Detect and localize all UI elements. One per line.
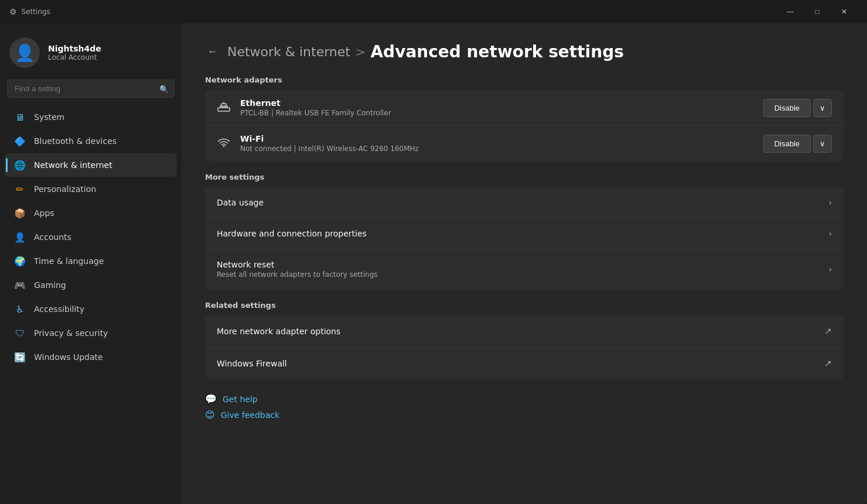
user-name: Nightsh4de [48, 44, 101, 53]
search-container: 🔍 [7, 80, 175, 98]
wifi-desc: Not connected | Intel(R) Wireless-AC 926… [240, 145, 754, 153]
wifi-info: Wi-Fi Not connected | Intel(R) Wireless-… [240, 134, 754, 153]
sidebar-item-label-accessibility: Accessibility [34, 304, 84, 314]
more-adapter-ext-icon: ↗ [824, 326, 832, 337]
accounts-icon: 👤 [14, 231, 26, 243]
svg-rect-0 [218, 108, 230, 111]
content-area: 👤 Nightsh4de Local Account 🔍 🖥 System [0, 23, 867, 504]
ethernet-adapter-row: Ethernet PTCL-BB | Realtek USB FE Family… [205, 90, 844, 126]
breadcrumb: ← Network & internet > Advanced network … [205, 42, 844, 61]
ethernet-expand-button[interactable]: ∨ [813, 99, 832, 117]
ethernet-actions: Disable ∨ [763, 99, 832, 117]
minimize-button[interactable]: — [777, 2, 804, 21]
hardware-props-content: Hardware and connection properties [217, 229, 828, 238]
more-settings-card: Data usage › Hardware and connection pro… [205, 187, 844, 289]
network-reset-title: Network reset [217, 260, 828, 269]
breadcrumb-separator: > [355, 44, 366, 59]
sidebar-item-label-apps: Apps [34, 208, 54, 218]
wifi-icon [217, 135, 231, 152]
wifi-disable-button[interactable]: Disable [763, 135, 811, 153]
get-help-label: Get help [223, 395, 258, 404]
user-type: Local Account [48, 53, 101, 61]
sidebar-item-gaming[interactable]: 🎮 Gaming [5, 273, 177, 297]
sidebar-item-label-network: Network & internet [34, 160, 112, 170]
help-section: 💬 Get help 😊 Give feedback [205, 393, 844, 420]
maximize-button[interactable]: □ [804, 2, 831, 21]
network-adapters-label: Network adapters [205, 76, 844, 84]
sidebar-item-network[interactable]: 🌐 Network & internet [5, 153, 177, 177]
give-feedback-label: Give feedback [221, 410, 279, 420]
get-help-link[interactable]: 💬 Get help [205, 393, 844, 404]
sidebar-item-apps[interactable]: 📦 Apps [5, 201, 177, 225]
accessibility-icon: ♿ [14, 303, 26, 315]
adapters-card: Ethernet PTCL-BB | Realtek USB FE Family… [205, 90, 844, 161]
wifi-actions: Disable ∨ [763, 135, 832, 153]
back-button[interactable]: ← [205, 43, 220, 60]
ethernet-disable-button[interactable]: Disable [763, 99, 811, 117]
sidebar-item-privacy[interactable]: 🛡 Privacy & security [5, 321, 177, 345]
hardware-props-chevron: › [828, 229, 832, 238]
avatar: 👤 [9, 37, 40, 68]
sidebar-item-bluetooth[interactable]: 🔷 Bluetooth & devices [5, 129, 177, 153]
firewall-content: Windows Firewall [217, 359, 824, 368]
data-usage-chevron: › [828, 198, 832, 207]
wifi-adapter-row: Wi-Fi Not connected | Intel(R) Wireless-… [205, 126, 844, 161]
network-icon: 🌐 [14, 159, 26, 171]
titlebar: ⚙ Settings — □ ✕ [0, 0, 867, 23]
main-content: ← Network & internet > Advanced network … [182, 23, 867, 504]
get-help-icon: 💬 [205, 393, 217, 404]
ethernet-desc: PTCL-BB | Realtek USB FE Family Controll… [240, 109, 754, 117]
search-icon: 🔍 [159, 84, 169, 93]
network-reset-row[interactable]: Network reset Reset all network adapters… [205, 249, 844, 289]
network-reset-content: Network reset Reset all network adapters… [217, 260, 828, 279]
gaming-icon: 🎮 [14, 279, 26, 291]
close-button[interactable]: ✕ [831, 2, 858, 21]
sidebar-item-time[interactable]: 🌍 Time & language [5, 249, 177, 273]
sidebar-item-accessibility[interactable]: ♿ Accessibility [5, 297, 177, 321]
data-usage-content: Data usage [217, 198, 828, 207]
sidebar-item-personalization[interactable]: ✏️ Personalization [5, 177, 177, 201]
wifi-expand-button[interactable]: ∨ [813, 135, 832, 153]
sidebar-item-accounts[interactable]: 👤 Accounts [5, 225, 177, 249]
svg-rect-5 [221, 104, 226, 107]
settings-window: ⚙ Settings — □ ✕ 👤 Nightsh4de Local Acco… [0, 0, 867, 504]
more-adapter-options-row[interactable]: More network adapter options ↗ [205, 316, 844, 348]
give-feedback-icon: 😊 [205, 409, 215, 420]
more-adapter-title: More network adapter options [217, 327, 824, 336]
hardware-props-row[interactable]: Hardware and connection properties › [205, 218, 844, 249]
user-profile: 👤 Nightsh4de Local Account [0, 23, 182, 77]
privacy-icon: 🛡 [14, 327, 26, 339]
data-usage-row[interactable]: Data usage › [205, 187, 844, 218]
time-icon: 🌍 [14, 255, 26, 267]
sidebar-item-label-privacy: Privacy & security [34, 328, 108, 338]
breadcrumb-current: Advanced network settings [370, 42, 623, 61]
network-reset-chevron: › [828, 265, 832, 274]
firewall-title: Windows Firewall [217, 359, 824, 368]
apps-icon: 📦 [14, 207, 26, 219]
sidebar-item-label-personalization: Personalization [34, 184, 96, 194]
hardware-props-title: Hardware and connection properties [217, 229, 828, 238]
breadcrumb-parent: Network & internet [227, 44, 350, 59]
update-icon: 🔄 [14, 351, 26, 363]
sidebar-item-label-system: System [34, 112, 64, 122]
network-reset-desc: Reset all network adapters to factory se… [217, 270, 828, 279]
user-info: Nightsh4de Local Account [48, 44, 101, 61]
related-settings-card: More network adapter options ↗ Windows F… [205, 316, 844, 379]
sidebar-item-label-gaming: Gaming [34, 280, 66, 290]
window-controls: — □ ✕ [777, 2, 858, 21]
ethernet-info: Ethernet PTCL-BB | Realtek USB FE Family… [240, 98, 754, 117]
sidebar-item-update[interactable]: 🔄 Windows Update [5, 345, 177, 369]
titlebar-title: Settings [22, 8, 50, 16]
sidebar-item-label-bluetooth: Bluetooth & devices [34, 136, 117, 146]
more-settings-label: More settings [205, 173, 844, 181]
settings-icon: ⚙ [9, 7, 17, 16]
sidebar-item-label-accounts: Accounts [34, 232, 71, 242]
sidebar: 👤 Nightsh4de Local Account 🔍 🖥 System [0, 23, 182, 504]
system-icon: 🖥 [14, 111, 26, 123]
give-feedback-link[interactable]: 😊 Give feedback [205, 409, 844, 420]
sidebar-nav: 🖥 System 🔷 Bluetooth & devices 🌐 Network… [0, 105, 182, 369]
search-input[interactable] [7, 80, 175, 98]
firewall-row[interactable]: Windows Firewall ↗ [205, 348, 844, 379]
personalization-icon: ✏️ [14, 183, 26, 195]
sidebar-item-system[interactable]: 🖥 System [5, 105, 177, 129]
